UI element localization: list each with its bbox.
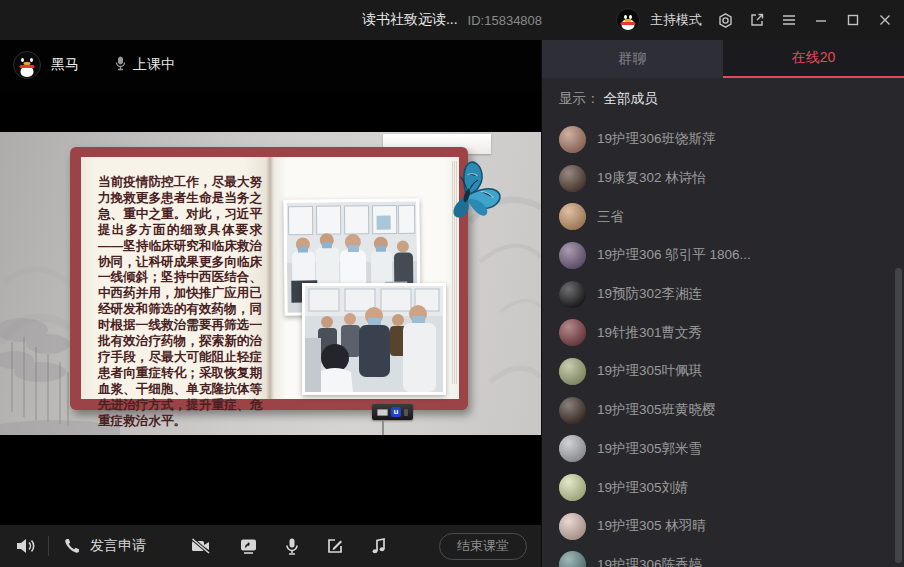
minimize-icon[interactable] (812, 11, 830, 29)
book-paragraph: 当前疫情防控工作，尽最大努力挽救更多患者生命是当务之急、重中之重。对此，习近平提… (98, 175, 262, 430)
toolbar-divider (48, 536, 49, 556)
mini-player-u-icon[interactable]: u (391, 407, 401, 417)
member-avatar (559, 435, 586, 462)
member-name: 19护理306 邬引平 1806... (597, 246, 751, 264)
menu-icon[interactable] (780, 11, 798, 29)
member-name: 19护理305郭米雪 (597, 440, 702, 458)
speak-request-label: 发言申请 (90, 537, 146, 555)
courseware-slide: 当前疫情防控工作，尽最大努力挽救更多患者生命是当务之急、重中之重。对此，习近平提… (0, 132, 541, 435)
host-mode-label[interactable]: 主持模式 (650, 11, 702, 29)
music-icon[interactable] (371, 537, 387, 555)
microphone-icon[interactable] (285, 537, 299, 556)
member-name: 19护理305刘婧 (597, 479, 689, 497)
member-name: 三省 (597, 208, 624, 226)
member-row[interactable]: 19针推301曹文秀 (542, 313, 904, 352)
camera-off-icon[interactable] (190, 537, 212, 555)
member-filter-row: 显示： 全部成员 (542, 78, 904, 120)
member-row[interactable]: 19康复302 林诗怡 (542, 159, 904, 198)
member-avatar (559, 165, 586, 192)
presenter-avatar[interactable] (13, 51, 41, 79)
mini-player-stand (382, 420, 384, 435)
member-row[interactable]: 19护理305 林羽晴 (542, 507, 904, 546)
maximize-icon[interactable] (844, 11, 862, 29)
class-status-label: 上课中 (133, 56, 175, 74)
video-area: 黑马 上课中 (0, 40, 541, 567)
member-name: 19针推301曹文秀 (597, 324, 702, 342)
sidebar: 群聊 在线20 显示： 全部成员 19护理306班饶斯萍 19康复302 林诗怡… (541, 40, 904, 567)
member-row[interactable]: 19护理305叶佩琪 (542, 352, 904, 391)
member-name: 19预防302李湘连 (597, 285, 702, 303)
member-name: 19康复302 林诗怡 (597, 169, 706, 187)
speaker-volume-icon[interactable] (14, 536, 36, 556)
member-name: 19护理305班黄晓樱 (597, 401, 716, 419)
mic-status-icon (115, 56, 126, 75)
open-external-icon[interactable] (748, 11, 766, 29)
book-left-page: 当前疫情防控工作，尽最大努力挽救更多患者生命是当务之急、重中之重。对此，习近平提… (81, 157, 270, 399)
filter-value-all-members[interactable]: 全部成员 (604, 90, 658, 108)
whiteboard-edit-icon[interactable] (326, 537, 344, 555)
window-title: 读书社致远读... (362, 11, 458, 29)
close-icon[interactable] (876, 11, 894, 29)
butterfly-decoration (428, 154, 510, 230)
member-avatar (559, 474, 586, 501)
mini-player-screen-icon[interactable] (377, 409, 388, 416)
member-avatar (559, 242, 586, 269)
mini-player-handle-icon[interactable] (404, 409, 408, 416)
end-class-button[interactable]: 结束课堂 (439, 533, 527, 560)
scrollbar-thumb[interactable] (895, 268, 902, 563)
member-row[interactable]: 三省 (542, 197, 904, 236)
open-book: 当前疫情防控工作，尽最大努力挽救更多患者生命是当务之急、重中之重。对此，习近平提… (70, 147, 468, 410)
member-avatar (559, 126, 586, 153)
room-id: ID:15834808 (468, 13, 542, 28)
member-list[interactable]: 19护理306班饶斯萍 19康复302 林诗怡 三省 19护理306 邬引平 1… (542, 120, 904, 567)
member-row[interactable]: 19护理306班饶斯萍 (542, 120, 904, 159)
member-row[interactable]: 19护理305刘婧 (542, 468, 904, 507)
settings-gear-icon[interactable] (716, 11, 734, 29)
presenter-name: 黑马 (51, 56, 79, 74)
member-row[interactable]: 19护理306陈香婷 (542, 546, 904, 567)
book-spine (266, 157, 274, 399)
member-name: 19护理305 林羽晴 (597, 517, 706, 535)
member-row[interactable]: 19护理306 邬引平 1806... (542, 236, 904, 275)
host-avatar[interactable] (616, 8, 640, 32)
member-avatar (559, 358, 586, 385)
member-name: 19护理305叶佩琪 (597, 362, 702, 380)
sidebar-tabs: 群聊 在线20 (542, 40, 904, 78)
member-avatar (559, 203, 586, 230)
mini-player-bar[interactable]: u (372, 404, 413, 420)
member-name: 19护理306陈香婷 (597, 556, 702, 567)
member-row[interactable]: 19护理305班黄晓樱 (542, 391, 904, 430)
member-avatar (559, 281, 586, 308)
member-name: 19护理306班饶斯萍 (597, 130, 716, 148)
member-avatar (559, 397, 586, 424)
member-avatar (559, 319, 586, 346)
screen-share-icon[interactable] (239, 537, 258, 555)
member-avatar (559, 513, 586, 540)
tab-online-members[interactable]: 在线20 (723, 40, 904, 78)
speak-request-button[interactable]: 发言申请 (63, 537, 146, 555)
member-avatar (559, 551, 586, 567)
photo-lab-visit (302, 283, 446, 395)
titlebar: 读书社致远读... ID:15834808 主持模式 (0, 0, 904, 40)
member-row[interactable]: 19护理305郭米雪 (542, 430, 904, 469)
filter-label: 显示： (559, 90, 600, 108)
member-row[interactable]: 19预防302李湘连 (542, 275, 904, 314)
bottom-toolbar: 发言申请 (0, 525, 541, 567)
tab-group-chat[interactable]: 群聊 (542, 40, 723, 78)
presenter-bar: 黑马 上课中 (0, 40, 541, 90)
app-window: 读书社致远读... ID:15834808 主持模式 (0, 0, 904, 567)
